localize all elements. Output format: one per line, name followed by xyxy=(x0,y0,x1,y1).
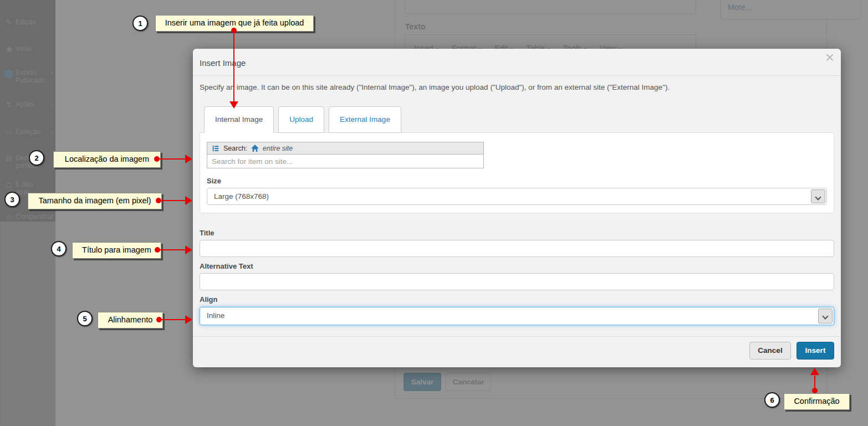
insert-image-dialog: Insert Image × Specify an image. It can … xyxy=(193,49,841,367)
annotation-circle-2: 2 xyxy=(29,150,44,166)
alternative-text-label: Alternative Text xyxy=(200,262,253,270)
select-dropdown-button[interactable] xyxy=(811,189,825,203)
arrow-origin-dot xyxy=(231,28,237,33)
annotation-note-4: Título para imagem xyxy=(72,242,161,259)
annotation-circle-4: 4 xyxy=(51,241,67,256)
dialog-title: Insert Image xyxy=(200,58,246,68)
arrow-line xyxy=(162,319,185,320)
insert-button[interactable]: Insert xyxy=(796,342,834,360)
annotation-circle-1: 1 xyxy=(132,16,148,31)
select-dropdown-button[interactable] xyxy=(818,309,833,324)
annotation-circle-5: 5 xyxy=(77,311,93,326)
screenshot-root: ✎ Edição ◉ Visão Estado: Publicado › ↯ A… xyxy=(0,0,868,426)
arrowhead-up-icon xyxy=(810,368,819,375)
arrowhead-down-icon xyxy=(229,101,238,109)
annotation-note-5: Alinhamento xyxy=(98,312,163,329)
cancel-button[interactable]: Cancel xyxy=(749,342,791,360)
arrow-line xyxy=(160,158,185,160)
tab-internal-image[interactable]: Internal Image xyxy=(204,106,274,133)
close-icon[interactable]: × xyxy=(825,50,834,65)
home-icon[interactable] xyxy=(251,145,259,152)
search-input[interactable] xyxy=(207,155,484,168)
annotation-circle-6: 6 xyxy=(764,392,780,408)
chevron-down-icon xyxy=(815,194,821,200)
arrow-origin-dot xyxy=(155,247,160,253)
align-select[interactable]: Inline xyxy=(200,307,834,325)
related-items-widget: Search: entire site xyxy=(207,142,484,168)
footer-divider xyxy=(193,336,841,337)
internal-image-panel: Search: entire site Size Large (768x768) xyxy=(200,132,834,213)
chevron-down-icon xyxy=(822,313,828,319)
arrowhead-right-icon xyxy=(185,196,192,205)
size-select[interactable]: Large (768x768) xyxy=(207,188,827,205)
size-label: Size xyxy=(207,177,221,185)
align-select-value: Inline xyxy=(207,311,224,320)
title-input[interactable] xyxy=(200,240,834,257)
annotation-note-3: Tamanho da imagem (em pixel) xyxy=(28,193,162,209)
arrow-origin-dot xyxy=(156,198,161,203)
search-scope[interactable]: entire site xyxy=(263,145,293,152)
search-label: Search: xyxy=(223,145,247,152)
size-select-value: Large (768x768) xyxy=(214,192,269,201)
arrow-origin-dot xyxy=(156,317,162,322)
arrow-line xyxy=(161,200,185,201)
arrow-line xyxy=(233,30,234,101)
dialog-header: Insert Image × xyxy=(193,49,841,76)
alternative-text-input[interactable] xyxy=(200,273,834,290)
arrowhead-right-icon xyxy=(185,245,192,254)
arrow-origin-dot xyxy=(812,388,818,393)
annotation-note-6: Confirmação xyxy=(784,393,850,410)
dialog-description: Specify an image. It can be on this site… xyxy=(200,83,834,91)
arrow-line xyxy=(160,249,185,250)
arrowhead-right-icon xyxy=(185,155,192,163)
dialog-tabs: Internal Image Upload External Image xyxy=(200,106,834,133)
search-toolbar: Search: entire site xyxy=(207,142,484,155)
arrowhead-right-icon xyxy=(185,315,192,324)
tab-external-image[interactable]: External Image xyxy=(329,106,401,133)
title-label: Title xyxy=(200,229,215,237)
arrow-origin-dot xyxy=(154,156,160,162)
tab-upload[interactable]: Upload xyxy=(278,106,324,133)
tree-browse-icon[interactable] xyxy=(212,145,219,152)
annotation-circle-3: 3 xyxy=(4,192,20,207)
annotation-note-2: Localização da imagem xyxy=(53,151,161,168)
arrow-line xyxy=(814,376,815,389)
align-label: Align xyxy=(200,295,218,304)
